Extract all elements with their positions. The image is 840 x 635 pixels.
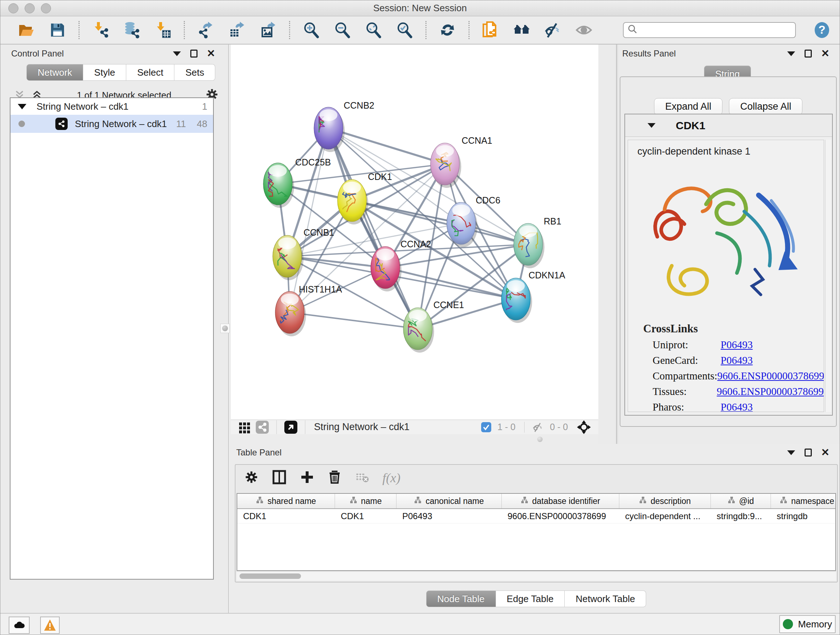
hide-glasses-icon[interactable] [543, 21, 562, 40]
pan-crosshair-icon[interactable] [576, 420, 591, 434]
tab-node-table[interactable]: Node Table [426, 591, 496, 607]
table-options-gear-icon[interactable] [244, 470, 259, 486]
window-maximize-button[interactable] [41, 3, 51, 13]
gene-section-header[interactable]: CDK1 [625, 114, 832, 137]
cloud-status-icon[interactable] [9, 616, 30, 634]
refresh-view-icon[interactable] [438, 21, 457, 40]
splitter-handle-bottom[interactable] [537, 437, 543, 442]
network-node-CCNB2[interactable] [314, 107, 345, 152]
network-row-selected[interactable]: String Network – cdk1 11 48 [11, 115, 213, 133]
delete-column-icon[interactable] [327, 470, 342, 486]
save-session-icon[interactable] [48, 21, 67, 40]
zoom-out-icon[interactable] [333, 21, 352, 40]
zoom-in-icon[interactable] [302, 21, 321, 40]
network-node-CDC25B[interactable] [264, 163, 294, 208]
network-node-CCNE1[interactable] [403, 308, 434, 353]
network-node-HIST1H1A[interactable] [275, 291, 306, 336]
panel-close-icon[interactable]: ✕ [207, 49, 215, 59]
column-header-database-identifier[interactable]: database identifier [502, 494, 619, 508]
import-network-from-database-icon[interactable] [122, 21, 141, 40]
open-session-icon[interactable] [17, 21, 36, 40]
crosslink-value-link[interactable]: 9606.ENSP00000378699 [717, 386, 824, 397]
import-table-from-file-icon[interactable] [153, 21, 172, 40]
network-list: String Network – cdk1 1 String Network –… [10, 97, 214, 580]
table-horizontal-scrollbar[interactable] [237, 571, 836, 581]
network-node-CCNA2[interactable] [371, 247, 401, 291]
network-edge-CDK1-RB1[interactable] [352, 201, 528, 244]
tab-style[interactable]: Style [83, 64, 126, 81]
tab-edge-table[interactable]: Edge Table [496, 591, 565, 607]
network-node-RB1[interactable] [514, 223, 545, 268]
crosslink-value-link[interactable]: P06493 [721, 355, 753, 366]
table-cell[interactable]: stringdb:9... [711, 509, 771, 523]
table-cell[interactable]: cyclin-dependent ... [619, 509, 711, 523]
column-header-namespace[interactable]: namespace [771, 494, 836, 508]
panel-menu-icon[interactable] [787, 51, 795, 56]
panel-menu-icon[interactable] [787, 450, 795, 455]
panel-close-icon[interactable]: ✕ [821, 448, 829, 458]
import-network-from-file-icon[interactable] [91, 21, 110, 40]
warning-status-icon[interactable] [40, 616, 60, 634]
column-header-shared-name[interactable]: shared name [237, 494, 335, 508]
network-edge-CCNB2-CCNA1[interactable] [328, 128, 445, 164]
panel-float-icon[interactable] [190, 50, 197, 57]
table-cell[interactable]: P06493 [396, 509, 502, 523]
share-document-icon[interactable] [481, 21, 500, 40]
tab-select[interactable]: Select [126, 64, 174, 81]
export-image-icon[interactable] [259, 21, 278, 40]
fit-content-icon[interactable] [364, 21, 383, 40]
table-cell[interactable]: CDK1 [237, 509, 335, 523]
crosslink-value-link[interactable]: P06493 [721, 339, 753, 351]
zoom-selected-icon[interactable] [395, 21, 414, 40]
network-collection-row[interactable]: String Network – cdk1 1 [11, 98, 213, 115]
crosslink-value-link[interactable]: P06493 [721, 401, 753, 412]
column-header-description[interactable]: description [619, 494, 711, 508]
show-column-icon[interactable] [272, 470, 287, 486]
gene-collapse-icon[interactable] [647, 123, 655, 128]
column-header-name[interactable]: name [335, 494, 396, 508]
window-minimize-button[interactable] [25, 3, 35, 13]
export-table-icon[interactable] [227, 21, 246, 40]
table-cell[interactable]: CDK1 [335, 509, 396, 523]
tab-network-table[interactable]: Network Table [565, 591, 646, 607]
panel-float-icon[interactable] [805, 448, 812, 456]
tab-network[interactable]: Network [27, 64, 83, 81]
column-header-@id[interactable]: @id [711, 494, 771, 508]
panel-close-icon[interactable]: ✕ [821, 49, 829, 59]
grid-view-icon[interactable] [238, 421, 251, 434]
panel-float-icon[interactable] [805, 50, 812, 57]
hidden-glasses-icon [532, 421, 544, 433]
network-canvas[interactable]: CCNB2CCNA1CDC25BCDK1CDC6RB1CCNB1CCNA2CDK… [231, 44, 598, 420]
collapse-all-button[interactable]: Collapse All [729, 98, 802, 115]
crosslink-value-link[interactable]: 9606.ENSP00000378699 [717, 370, 824, 382]
splitter-handle-left[interactable] [220, 324, 230, 333]
selected-checkbox-icon[interactable] [481, 422, 492, 432]
clear-table-icon [355, 470, 369, 486]
help-icon[interactable]: ? [813, 21, 831, 40]
column-header-canonical-name[interactable]: canonical name [396, 494, 502, 508]
network-view-icon[interactable] [256, 420, 269, 434]
export-network-icon[interactable] [196, 21, 215, 40]
toolbar-separator [425, 21, 426, 39]
window-close-button[interactable] [8, 3, 19, 13]
search-input[interactable] [638, 24, 791, 36]
toolbar-separator [79, 21, 80, 39]
network-node-CDKN1A[interactable] [501, 278, 532, 323]
table-row[interactable]: CDK1CDK1P064939606.ENSP00000378699cyclin… [237, 509, 835, 524]
network-edge-HIST1H1A-CCNE1[interactable] [290, 312, 418, 329]
table-cell[interactable]: stringdb [771, 509, 836, 523]
collection-expand-icon[interactable] [18, 104, 27, 109]
birds-eye-view-icon[interactable] [284, 420, 298, 434]
show-eye-icon[interactable] [575, 21, 593, 40]
expand-all-button[interactable]: Expand All [654, 98, 723, 115]
node-label-CCNA2: CCNA2 [401, 239, 431, 249]
string-home-icon[interactable] [512, 21, 531, 40]
table-cell[interactable]: 9606.ENSP00000378699 [502, 509, 619, 523]
create-column-icon[interactable] [300, 470, 314, 486]
results-scrollbar[interactable] [825, 140, 831, 412]
memory-button[interactable]: Memory [779, 615, 836, 633]
network-node-CCNB1[interactable] [273, 235, 303, 280]
panel-menu-icon[interactable] [173, 51, 181, 56]
network-edge-CCNB2-CCNE1[interactable] [328, 128, 418, 329]
tab-sets[interactable]: Sets [174, 64, 215, 81]
